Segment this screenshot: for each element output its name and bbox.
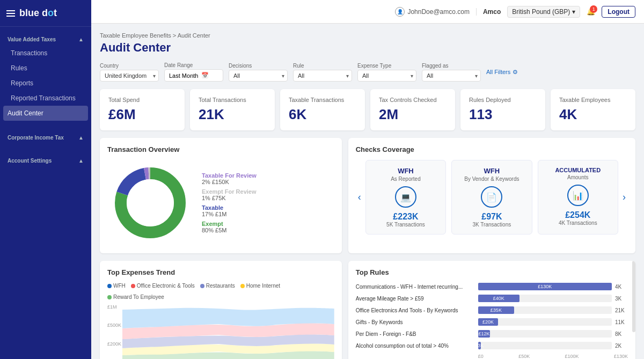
date-filter-label: Date Range: [164, 62, 223, 68]
rule-name-2: Office Electronics And Tools - By Keywor…: [356, 307, 474, 313]
chevron-down-icon: ▲: [78, 135, 84, 141]
reward-dot: [107, 295, 112, 299]
rule-bar-bg-3: £20K: [478, 318, 612, 326]
topbar: 👤 JohnDoe@amco.com Amco British Pound (G…: [91, 0, 644, 24]
rules-table: Communications - WFH - Internet recurrin…: [356, 283, 628, 349]
sidebar-section-vat: Value Added Taxes ▲ Transactions Rules R…: [0, 27, 91, 125]
check-card-2-sub: Amounts: [545, 174, 611, 180]
filter-date: Date Range Last Month 📅: [164, 62, 223, 82]
kpi-total-spend-value: £6M: [108, 106, 176, 123]
user-avatar-icon: 👤: [395, 7, 405, 17]
rule-name-1: Average Mileage Rate > £59: [356, 296, 474, 302]
rule-bar-bg-4: £12K: [478, 330, 612, 338]
sidebar-item-reports[interactable]: Reports: [0, 76, 91, 91]
checks-prev-button[interactable]: ‹: [356, 192, 363, 203]
filter-expense: Expense Type All: [357, 63, 416, 82]
sidebar-section-cit: Corporate Income Tax ▲: [0, 125, 91, 148]
hamburger-icon[interactable]: [6, 10, 15, 17]
rules-x-2: £100K: [565, 354, 579, 359]
trend-chart-wrap: £1M £500K £200K £0: [107, 304, 334, 359]
rule-count-0: 4K: [615, 284, 628, 290]
country-select[interactable]: United Kingdom: [100, 70, 159, 82]
rule-count-2: 21K: [615, 307, 628, 313]
topbar-currency[interactable]: British Pound (GBP) ▾: [507, 6, 580, 18]
expense-select[interactable]: All: [357, 70, 416, 82]
kpi-taxable-transactions: Taxable Transactions 6K: [280, 89, 365, 130]
sidebar: blue dot Value Added Taxes ▲ Transaction…: [0, 0, 91, 359]
legend-exempt-pct: Exempt: [202, 221, 257, 227]
checks-next-button[interactable]: ›: [620, 192, 628, 203]
sidebar-item-audit-center[interactable]: Audit Center: [3, 106, 88, 121]
kpi-rules-label: Rules Deployed: [469, 97, 537, 103]
svg-point-4: [127, 179, 174, 226]
rule-count-1: 3K: [615, 296, 628, 302]
check-card-1-txn: 3K Transactions: [458, 222, 525, 228]
all-filters-button[interactable]: All Filters ⚙: [486, 69, 518, 76]
rule-bar-wrap-3: £20K 11K: [478, 318, 628, 326]
legend-taxable-review-pct: Taxable For Review: [202, 172, 257, 179]
sidebar-section-account: Account Settings ▲: [0, 148, 91, 171]
sidebar-account-toggle[interactable]: Account Settings ▲: [0, 152, 91, 167]
kpi-row: Total Spend £6M Total Transactions 21K T…: [100, 89, 635, 130]
chart-bar-icon: 📊: [567, 185, 589, 206]
decisions-select[interactable]: All: [229, 70, 288, 82]
checks-coverage-title: Checks Coverage: [356, 145, 628, 153]
scrollbar[interactable]: [632, 261, 635, 332]
sidebar-cit-toggle[interactable]: Corporate Income Tax ▲: [0, 129, 91, 144]
rule-row-0: Communications - WFH - Internet recurrin…: [356, 283, 628, 290]
rule-bar-wrap-2: £35K 21K: [478, 306, 628, 314]
trend-chart-svg: [122, 304, 334, 359]
transaction-overview-card: Transaction Overview Taxable For Review: [100, 138, 342, 253]
donut-container: Taxable For Review 2% £150K Exempt For R…: [107, 160, 334, 246]
rule-count-5: 2K: [615, 343, 628, 349]
check-card-1-title: WFH: [458, 167, 525, 175]
logout-button[interactable]: Logout: [602, 6, 635, 18]
check-card-0-title: WFH: [372, 167, 439, 175]
breadcrumb-parent: Taxable Employee Benefits: [100, 32, 171, 39]
check-card-0-txn: 5K Transactions: [372, 222, 439, 228]
rule-bar-wrap-4: £12K 8K: [478, 330, 628, 338]
filter-country: Country United Kingdom: [100, 63, 159, 82]
kpi-total-txn-value: 21K: [199, 106, 266, 123]
sidebar-vat-toggle[interactable]: Value Added Taxes ▲: [0, 31, 91, 46]
topbar-email: JohnDoe@amco.com: [407, 8, 470, 16]
flagged-select[interactable]: All: [422, 70, 481, 82]
check-card-2-title: ACCUMULATED: [545, 167, 611, 173]
topbar-bell-button[interactable]: 🔔 1: [587, 8, 595, 16]
breadcrumb-separator: >: [173, 32, 178, 39]
filter-icon: ⚙: [513, 69, 518, 76]
check-card-1-amount: £97K: [458, 212, 525, 222]
filter-rule: Rule All: [293, 63, 352, 82]
sidebar-item-reported-transactions[interactable]: Reported Transactions: [0, 91, 91, 106]
restaurants-label: Restaurants: [206, 283, 235, 289]
date-range-picker[interactable]: Last Month 📅: [164, 69, 223, 82]
breadcrumb: Taxable Employee Benefits > Audit Center: [100, 32, 635, 39]
rule-bar-wrap-1: £40K 3K: [478, 295, 628, 302]
check-card-0-amount: £223K: [372, 212, 439, 222]
kpi-tax-controls: Tax Controls Checked 2M: [370, 89, 455, 130]
kpi-tax-controls-label: Tax Controls Checked: [379, 97, 447, 103]
rule-select[interactable]: All: [293, 70, 352, 82]
home-internet-label: Home Internet: [246, 283, 280, 289]
chevron-down-icon-2: ▲: [78, 158, 84, 164]
sidebar-item-transactions[interactable]: Transactions: [0, 46, 91, 61]
currency-label: British Pound (GBP): [512, 8, 570, 16]
flagged-select-wrap: All: [422, 70, 481, 82]
rule-bar-wrap-0: £130K 4K: [478, 283, 628, 290]
rule-bar-1: £40K: [478, 295, 519, 302]
trend-y-axis: £1M £500K £200K £0: [107, 304, 121, 359]
filters-bar: Country United Kingdom Date Range Last M…: [100, 62, 635, 82]
breadcrumb-current: Audit Center: [178, 32, 210, 39]
page-title: Audit Center: [100, 41, 635, 55]
sidebar-item-rules[interactable]: Rules: [0, 61, 91, 76]
check-card-1-sub: By Vendor & Keywords: [458, 176, 525, 182]
office-dot: [131, 284, 135, 288]
checks-cards: WFH As Reported 💻 £223K 5K Transactions …: [365, 160, 618, 235]
rule-bar-bg-1: £40K: [478, 295, 612, 302]
office-label: Office Electronic & Tools: [137, 283, 195, 289]
bell-badge: 1: [590, 5, 597, 13]
donut-chart: [107, 160, 193, 246]
top-expenses-card: Top Expenses Trend WFH Office Electronic…: [100, 261, 342, 359]
rule-bar-bg-0: £130K: [478, 283, 612, 290]
topbar-user: 👤 JohnDoe@amco.com: [395, 7, 470, 17]
